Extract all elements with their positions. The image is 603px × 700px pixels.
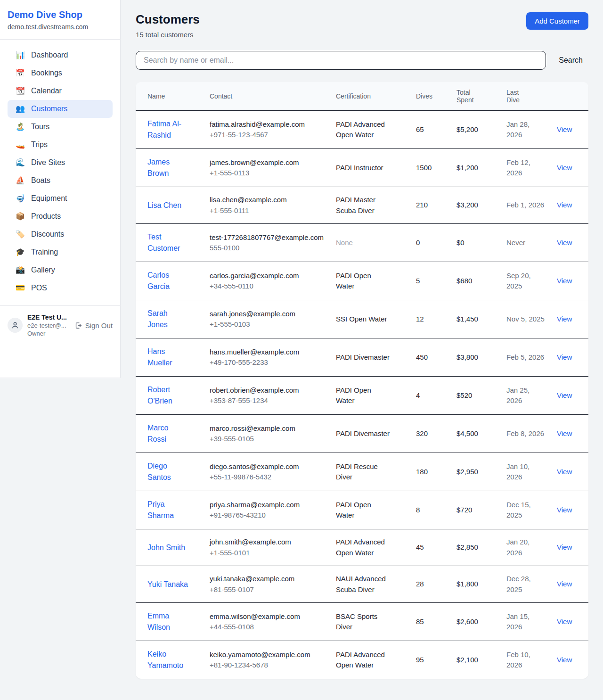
view-customer-link[interactable]: View (557, 618, 572, 626)
view-customer-link[interactable]: View (557, 429, 572, 437)
sidebar-item-gallery[interactable]: 📸 Gallery (8, 261, 113, 279)
customer-total-spent: $1,450 (451, 300, 501, 338)
view-customer-link[interactable]: View (557, 468, 572, 476)
sidebar-item-label: Dashboard (31, 51, 68, 59)
view-customer-link[interactable]: View (557, 656, 572, 664)
customer-name-link[interactable]: Robert O'Brien (147, 386, 172, 405)
customer-name-link[interactable]: Sarah Jones (147, 309, 168, 329)
view-customer-link[interactable]: View (557, 315, 572, 323)
sidebar-item-pos[interactable]: 💳 POS (8, 279, 113, 297)
customer-name-link[interactable]: Yuki Tanaka (147, 580, 188, 588)
view-customer-link[interactable]: View (557, 164, 572, 172)
tear-off-calendar-icon: 📆 (15, 87, 25, 95)
customer-name-link[interactable]: John Smith (147, 544, 185, 552)
page: Demo Dive Shop demo.test.divestreams.com… (0, 0, 603, 700)
sidebar-item-calendar[interactable]: 📆 Calendar (8, 82, 113, 100)
search-input[interactable] (136, 51, 546, 70)
sidebar-item-bookings[interactable]: 📅 Bookings (8, 64, 113, 82)
customer-contact: john.smith@example.com +1-555-0101 (204, 529, 330, 566)
customer-certification: None (336, 239, 353, 247)
sidebar-item-tours[interactable]: 🏝️ Tours (8, 118, 113, 136)
table-row: Robert O'Brien robert.obrien@example.com… (136, 377, 588, 415)
customer-email: lisa.chen@example.com (210, 195, 325, 206)
customer-contact: diego.santos@example.com +55-11-99876-54… (204, 453, 330, 491)
table-row: Marco Rossi marco.rossi@example.com +39-… (136, 415, 588, 453)
avatar (8, 318, 23, 333)
customer-name-link[interactable]: Diego Santos (147, 462, 171, 481)
customer-certification: NAUI Advanced Scuba Diver (336, 575, 386, 593)
customer-contact: priya.sharma@example.com +91-98765-43210 (204, 491, 330, 529)
customer-contact: sarah.jones@example.com +1-555-0103 (204, 300, 330, 338)
table-header: Name Contact Certification Dives Total S… (136, 82, 588, 111)
speedboat-icon: 🚤 (15, 141, 25, 148)
customer-name-link[interactable]: Test Customer (147, 233, 180, 252)
view-customer-link[interactable]: View (557, 239, 572, 247)
customer-last-dive: Feb 12, 2026 (501, 149, 551, 187)
col-header-total-spent: Total Spent (451, 82, 501, 111)
customer-certification: PADI Instructor (336, 164, 383, 172)
customer-name-link[interactable]: James Brown (147, 158, 170, 177)
customer-total-spent: $1,800 (451, 566, 501, 603)
customer-certification: PADI Advanced Open Water (336, 120, 385, 139)
customer-dives: 85 (410, 603, 451, 641)
customer-certification: PADI Advanced Open Water (336, 651, 385, 669)
customer-certification: PADI Divemaster (336, 353, 390, 361)
table-row: Yuki Tanaka yuki.tanaka@example.com +81-… (136, 566, 588, 603)
add-customer-button[interactable]: Add Customer (526, 12, 588, 30)
customer-phone: +1-555-0111 (210, 206, 325, 216)
customer-name-link[interactable]: Priya Sharma (147, 500, 174, 519)
customer-email: robert.obrien@example.com (210, 385, 325, 396)
customer-phone: 555-0100 (210, 243, 325, 254)
customer-contact: robert.obrien@example.com +353-87-555-12… (204, 377, 330, 415)
sidebar-item-label: Trips (31, 140, 48, 149)
view-customer-link[interactable]: View (557, 277, 572, 285)
sidebar-item-customers[interactable]: 👥 Customers (8, 100, 113, 118)
view-customer-link[interactable]: View (557, 543, 572, 551)
customer-name-link[interactable]: Lisa Chen (147, 201, 181, 209)
sidebar-item-dive-sites[interactable]: 🌊 Dive Sites (8, 154, 113, 172)
table-row: Diego Santos diego.santos@example.com +5… (136, 453, 588, 491)
sidebar-item-training[interactable]: 🎓 Training (8, 243, 113, 261)
search-button[interactable]: Search (559, 56, 583, 65)
customer-phone: +971-55-123-4567 (210, 130, 325, 140)
search-row: Search (136, 51, 588, 70)
customer-last-dive: Dec 15, 2025 (501, 491, 551, 529)
customer-contact: marco.rossi@example.com +39-555-0105 (204, 415, 330, 453)
col-header-name: Name (136, 82, 204, 111)
customer-name-link[interactable]: Hans Mueller (147, 347, 172, 367)
customer-name-link[interactable]: Fatima Al-Rashid (147, 120, 181, 139)
view-customer-link[interactable]: View (557, 391, 572, 399)
customer-last-dive: Feb 10, 2026 (501, 641, 551, 679)
view-customer-link[interactable]: View (557, 201, 572, 209)
sidebar-item-dashboard[interactable]: 📊 Dashboard (8, 46, 113, 64)
customer-email: james.brown@example.com (210, 157, 325, 168)
view-customer-link[interactable]: View (557, 125, 572, 133)
view-customer-link[interactable]: View (557, 580, 572, 588)
customer-last-dive: Jan 28, 2026 (501, 111, 551, 149)
customer-total-spent: $680 (451, 262, 501, 300)
customer-name-link[interactable]: Marco Rossi (147, 424, 168, 443)
sidebar-item-products[interactable]: 📦 Products (8, 207, 113, 225)
view-customer-link[interactable]: View (557, 506, 572, 514)
sidebar-item-trips[interactable]: 🚤 Trips (8, 136, 113, 154)
customer-name-link[interactable]: Keiko Yamamoto (147, 650, 183, 669)
customer-last-dive: Jan 25, 2026 (501, 377, 551, 415)
sidebar-item-label: Boats (31, 176, 50, 185)
customer-certification: PADI Rescue Diver (336, 462, 378, 481)
customer-last-dive: Never (501, 224, 551, 262)
customer-phone: +39-555-0105 (210, 434, 325, 445)
customer-name-link[interactable]: Emma Wilson (147, 612, 170, 631)
customer-email: hans.mueller@example.com (210, 347, 325, 358)
customer-email: sarah.jones@example.com (210, 309, 325, 320)
sidebar-item-boats[interactable]: ⛵ Boats (8, 172, 113, 189)
customer-dives: 210 (410, 187, 451, 224)
customer-total-spent: $520 (451, 377, 501, 415)
sign-out-button[interactable]: Sign Out (74, 321, 113, 329)
view-customer-link[interactable]: View (557, 353, 572, 361)
sidebar-item-equipment[interactable]: 🤿 Equipment (8, 189, 113, 207)
customer-name-link[interactable]: Carlos Garcia (147, 271, 170, 290)
shop-name: Demo Dive Shop (8, 9, 113, 20)
sidebar-item-discounts[interactable]: 🏷️ Discounts (8, 225, 113, 243)
sailboat-icon: ⛵ (15, 177, 25, 184)
customer-dives: 4 (410, 377, 451, 415)
